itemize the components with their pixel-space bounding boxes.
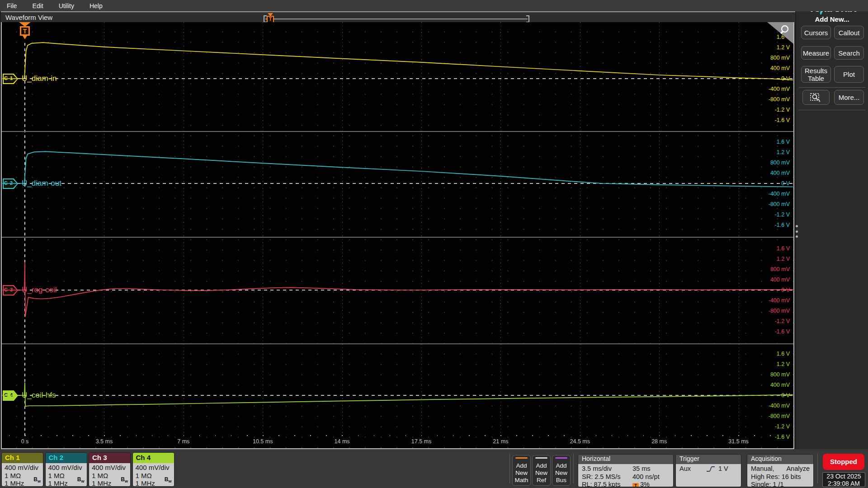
add-plot-button[interactable]: Plot (834, 66, 864, 83)
trigger-marker[interactable]: T (19, 22, 31, 45)
channel-badge-name: Ch 1 (2, 453, 43, 463)
acquisition-resolution: High Res: 16 bits (751, 473, 810, 481)
datetime-display: 23 Oct 2025 2:39:08 AM (822, 472, 865, 487)
panel-splitter-handle[interactable] (794, 224, 799, 239)
button-accent (535, 457, 547, 459)
waveform-window: Waveform View T C 1U_diam-in1.6 V1.2 V80… (1, 11, 795, 449)
divider (573, 454, 574, 483)
add-callout-button[interactable]: Callout (834, 26, 864, 39)
horizontal-scale: 3.5 ms/div (582, 465, 632, 473)
acquisition-mode: Manual, (751, 465, 774, 473)
bandwidth-limit-icon: Bw (33, 476, 41, 486)
trigger-level: 1 V (718, 465, 728, 473)
timeline-track (265, 19, 528, 19)
trigger-panel-title: Trigger (676, 455, 741, 464)
trigger-pointer-icon (23, 36, 27, 39)
acquisition-panel-title: Acquisition (747, 455, 813, 464)
timeline-right-bracket (526, 15, 529, 23)
trigger-panel[interactable]: Trigger Aux 1 V (675, 454, 741, 487)
right-panel: Tektronix Add New... Cursors Callout Mea… (796, 0, 868, 449)
channel-badge-ch1[interactable]: Ch 1400 mV/div1 MΩ1 MHzBw (1, 452, 43, 487)
run-stop-status-button[interactable]: Stopped (823, 454, 864, 470)
trace-U_diam-in (2, 42, 793, 80)
trigger-source: Aux (679, 465, 706, 473)
record-length: RL: 87.5 kpts (582, 481, 632, 487)
menu-item-edit[interactable]: Edit (33, 2, 43, 9)
channel-badge-settings: 400 mV/div1 MΩ1 MHzBw (46, 463, 87, 487)
view-title: Waveform View (5, 14, 52, 21)
add-search-button[interactable]: Search (834, 46, 864, 60)
bandwidth-limit-icon: Bw (77, 476, 85, 486)
button-accent (555, 457, 567, 459)
menu-item-help[interactable]: Help (90, 2, 103, 9)
trigger-position-percent: T3% (632, 481, 650, 487)
channel-badge-ch2[interactable]: Ch 2400 mV/div1 MΩ1 MHzBw (45, 452, 87, 487)
vdiv-setting: 400 mV/div (92, 464, 130, 472)
vdiv-setting: 400 mV/div (5, 464, 43, 472)
vdiv-setting: 400 mV/div (48, 464, 87, 472)
channel-badge-name: Ch 3 (89, 453, 130, 463)
button-accent (515, 457, 528, 459)
time-label: 2:39:08 AM (823, 480, 865, 488)
add-cursors-button[interactable]: Cursors (801, 26, 831, 39)
zoom-select-button[interactable] (802, 90, 830, 105)
more-button[interactable]: More... (834, 90, 864, 105)
horizontal-panel-title: Horizontal (578, 455, 673, 464)
acquisition-single: Single: 1 /1 (751, 481, 810, 487)
channel-badge-ch3[interactable]: Ch 3400 mV/div1 MΩ1 MHzBw (89, 452, 131, 487)
channel-badge-ch4[interactable]: Ch 4400 mV/div1 MΩ1 MHzBw (132, 452, 175, 487)
sample-rate: SR: 2.5 MS/s (582, 473, 632, 481)
add-new-ref-button[interactable]: Add New Ref (532, 455, 551, 486)
add-measure-button[interactable]: Measure (801, 46, 831, 60)
acquisition-analyze: Analyze (786, 465, 810, 473)
trace-U_coil-hfs (2, 382, 793, 406)
trace-U_rog-coil (2, 262, 793, 317)
divider (817, 454, 818, 483)
horizontal-window: 35 ms (632, 465, 651, 473)
add-new-bus-button[interactable]: Add New Bus (552, 455, 571, 486)
add-results-table-button[interactable]: Results Table (801, 66, 831, 83)
trigger-t-badge: T (20, 26, 30, 36)
bandwidth-limit-icon: Bw (165, 476, 172, 486)
trigger-t-mini-icon: T (632, 483, 639, 487)
divider (799, 110, 865, 110)
add-new-math-button[interactable]: Add New Math (512, 455, 531, 486)
trace-U_diam-out (2, 151, 793, 187)
divider (509, 454, 510, 483)
acquisition-panel[interactable]: Acquisition Manual, Analyze High Res: 16… (747, 454, 814, 487)
vdiv-setting: 400 mV/div (136, 464, 174, 472)
bottom-bar: Ch 1400 mV/div1 MΩ1 MHzBwCh 2400 mV/div1… (0, 449, 868, 488)
sample-resolution: 400 ns/pt (632, 473, 660, 481)
menu-bar: FileEditUtilityHelp (0, 0, 868, 11)
channel-badge-settings: 400 mV/div1 MΩ1 MHzBw (133, 463, 174, 487)
menu-item-file[interactable]: File (7, 2, 17, 9)
menu-item-utility[interactable]: Utility (59, 2, 74, 9)
bandwidth-limit-icon: Bw (121, 476, 128, 486)
horizontal-panel[interactable]: Horizontal 3.5 ms/div 35 ms SR: 2.5 MS/s… (578, 454, 674, 487)
channel-badge-name: Ch 4 (133, 453, 174, 463)
date-label: 23 Oct 2025 (823, 473, 865, 480)
divider (799, 87, 865, 88)
channel-badge-settings: 400 mV/div1 MΩ1 MHzBw (89, 463, 130, 487)
waveform-area[interactable]: C 1U_diam-in1.6 V1.2 V800 mV400 mV0 V-40… (1, 22, 794, 449)
waveform-view-titlebar: Waveform View T (1, 11, 795, 22)
waveform-traces (2, 22, 793, 448)
rising-edge-icon (706, 465, 716, 473)
add-new-header: Add New... (796, 15, 868, 23)
zoom-select-icon (810, 93, 822, 103)
channel-badge-settings: 400 mV/div1 MΩ1 MHzBw (2, 463, 43, 487)
channel-badge-name: Ch 2 (46, 453, 87, 463)
